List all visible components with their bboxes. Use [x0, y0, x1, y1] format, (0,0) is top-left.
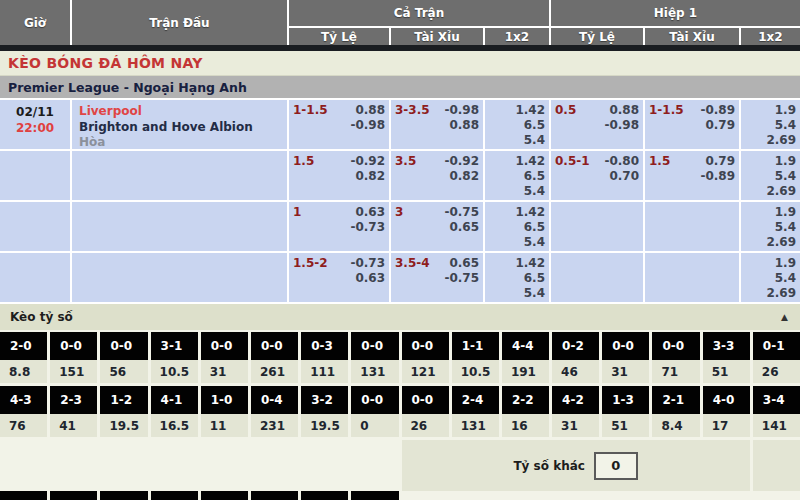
h1-overunder-bottom[interactable]: 0.79 — [700, 118, 735, 133]
ft-handicap-bottom[interactable]: 0.63 — [350, 271, 385, 286]
ft-overunder-bottom[interactable]: -0.75 — [444, 271, 479, 286]
ft-overunder-bottom[interactable]: 0.82 — [444, 169, 479, 184]
ft-overunder-line[interactable]: 3-3.5 — [395, 103, 430, 118]
h1-1x2-odd-2[interactable]: 2.69 — [745, 133, 796, 148]
score-odd[interactable]: 31 — [201, 360, 248, 383]
score-odd[interactable]: 0 — [351, 414, 398, 437]
ft-handicap-line[interactable]: 1 — [293, 205, 301, 220]
score-odd[interactable]: 231 — [251, 414, 298, 437]
score-odd[interactable]: 51 — [703, 360, 750, 383]
ft-overunder-bottom[interactable]: 0.88 — [444, 118, 479, 133]
score-odd[interactable]: 111 — [301, 360, 348, 383]
ft-1x2-odd-2[interactable]: 5.4 — [489, 286, 545, 301]
ft-1x2-odd-1[interactable]: 6.5 — [489, 169, 545, 184]
ft-overunder-line[interactable]: 3.5-4 — [395, 256, 430, 271]
ft-handicap-bottom[interactable]: -0.98 — [350, 118, 385, 133]
h1-1x2-odd-1[interactable]: 5.4 — [745, 220, 796, 235]
h1-overunder-bottom[interactable]: -0.89 — [700, 169, 735, 184]
ft-handicap-top[interactable]: -0.73 — [350, 256, 385, 271]
h1-1x2-odd-0[interactable]: 1.9 — [745, 256, 796, 271]
score-odd[interactable]: 8.4 — [652, 414, 699, 437]
h1-1x2-odd-1[interactable]: 5.4 — [745, 118, 796, 133]
h1-overunder-top[interactable]: -0.89 — [700, 103, 735, 118]
h1-1x2-odd-1[interactable]: 5.4 — [745, 169, 796, 184]
ft-overunder-top[interactable]: -0.92 — [444, 154, 479, 169]
h1-handicap-top[interactable]: 0.88 — [604, 103, 639, 118]
score-odd[interactable]: 8.8 — [0, 360, 47, 383]
ft-1x2-odd-2[interactable]: 5.4 — [489, 133, 545, 148]
ft-handicap-line[interactable]: 1-1.5 — [293, 103, 328, 118]
ft-handicap-line[interactable]: 1.5-2 — [293, 256, 328, 271]
h1-overunder-top[interactable]: 0.79 — [700, 154, 735, 169]
score-odd[interactable]: 10.5 — [151, 360, 198, 383]
score-odd[interactable]: 41 — [50, 414, 97, 437]
h1-1x2-odd-2[interactable]: 2.69 — [745, 235, 796, 250]
score-odd[interactable]: 46 — [552, 360, 599, 383]
score-odd[interactable]: 76 — [0, 414, 47, 437]
ft-1x2-odd-0[interactable]: 1.42 — [489, 256, 545, 271]
h1-handicap-bottom[interactable]: -0.98 — [604, 118, 639, 133]
home-team[interactable]: Liverpool — [79, 104, 283, 120]
score-odd[interactable]: 10.5 — [452, 360, 499, 383]
ft-1x2-odd-0[interactable]: 1.42 — [489, 103, 545, 118]
collapse-icon[interactable]: ▲ — [781, 312, 788, 322]
h1-handicap-top[interactable]: -0.80 — [604, 154, 639, 169]
score-odd[interactable]: 151 — [50, 360, 97, 383]
away-team[interactable]: Brighton and Hove Albion — [79, 120, 283, 136]
score-odd[interactable]: 19.5 — [100, 414, 147, 437]
other-score-input[interactable]: 0 — [594, 452, 638, 480]
ft-1x2-odd-0[interactable]: 1.42 — [489, 154, 545, 169]
ft-handicap-top[interactable]: 0.88 — [350, 103, 385, 118]
score-odd[interactable]: 16 — [502, 414, 549, 437]
ft-overunder-bottom[interactable]: 0.65 — [444, 220, 479, 235]
ft-handicap-line[interactable]: 1.5 — [293, 154, 314, 169]
ft-1x2-odd-1[interactable]: 6.5 — [489, 118, 545, 133]
match-odds-grid: 02/1122:00LiverpoolBrighton and Hove Alb… — [0, 100, 800, 304]
ft-overunder-top[interactable]: 0.65 — [444, 256, 479, 271]
ft-1x2-odd-0[interactable]: 1.42 — [489, 205, 545, 220]
score-odd[interactable]: 141 — [753, 414, 800, 437]
ft-overunder-top[interactable]: -0.98 — [444, 103, 479, 118]
ft-1x2-odd-2[interactable]: 5.4 — [489, 184, 545, 199]
score-odd[interactable]: 31 — [552, 414, 599, 437]
score-odd[interactable]: 56 — [100, 360, 147, 383]
score-odd[interactable]: 131 — [452, 414, 499, 437]
ft-handicap-bottom[interactable]: -0.73 — [350, 220, 385, 235]
h1-handicap-line[interactable]: 0.5-1 — [555, 154, 590, 169]
h1-1x2-odd-0[interactable]: 1.9 — [745, 205, 796, 220]
score-odd[interactable]: 16.5 — [151, 414, 198, 437]
ft-overunder-line[interactable]: 3.5 — [395, 154, 416, 169]
ft-handicap-bottom[interactable]: 0.82 — [350, 169, 385, 184]
score-cell: 2-341 — [50, 386, 97, 437]
h1-1x2-odd-2[interactable]: 2.69 — [745, 184, 796, 199]
score-odd[interactable]: 191 — [502, 360, 549, 383]
ft-handicap-top[interactable]: -0.92 — [350, 154, 385, 169]
h1-1x2-odd-0[interactable]: 1.9 — [745, 103, 796, 118]
h1-handicap-bottom[interactable]: 0.70 — [604, 169, 639, 184]
ft-1x2-odd-2[interactable]: 5.4 — [489, 235, 545, 250]
score-odd[interactable]: 26 — [753, 360, 800, 383]
score-odd[interactable]: 71 — [652, 360, 699, 383]
h1-1x2-odd-1[interactable]: 5.4 — [745, 271, 796, 286]
ft-handicap-top[interactable]: 0.63 — [350, 205, 385, 220]
score-cell: 0-031 — [201, 332, 248, 383]
score-odd[interactable]: 51 — [602, 414, 649, 437]
score-label: 3-4 — [753, 386, 800, 414]
h1-overunder-line[interactable]: 1-1.5 — [649, 103, 684, 118]
ft-1x2-odd-1[interactable]: 6.5 — [489, 220, 545, 235]
h1-overunder-line[interactable]: 1.5 — [649, 154, 670, 169]
score-odd[interactable]: 19.5 — [301, 414, 348, 437]
h1-1x2-odd-0[interactable]: 1.9 — [745, 154, 796, 169]
score-odd[interactable]: 31 — [602, 360, 649, 383]
score-odd[interactable]: 11 — [201, 414, 248, 437]
score-odd[interactable]: 131 — [351, 360, 398, 383]
ft-1x2-odd-1[interactable]: 6.5 — [489, 271, 545, 286]
score-odd[interactable]: 17 — [703, 414, 750, 437]
ft-overunder-line[interactable]: 3 — [395, 205, 403, 220]
score-odd[interactable]: 261 — [251, 360, 298, 383]
ft-overunder-top[interactable]: -0.75 — [444, 205, 479, 220]
score-odd[interactable]: 26 — [402, 414, 449, 437]
score-odd[interactable]: 121 — [402, 360, 449, 383]
h1-handicap-line[interactable]: 0.5 — [555, 103, 576, 118]
h1-1x2-odd-2[interactable]: 2.69 — [745, 286, 796, 301]
